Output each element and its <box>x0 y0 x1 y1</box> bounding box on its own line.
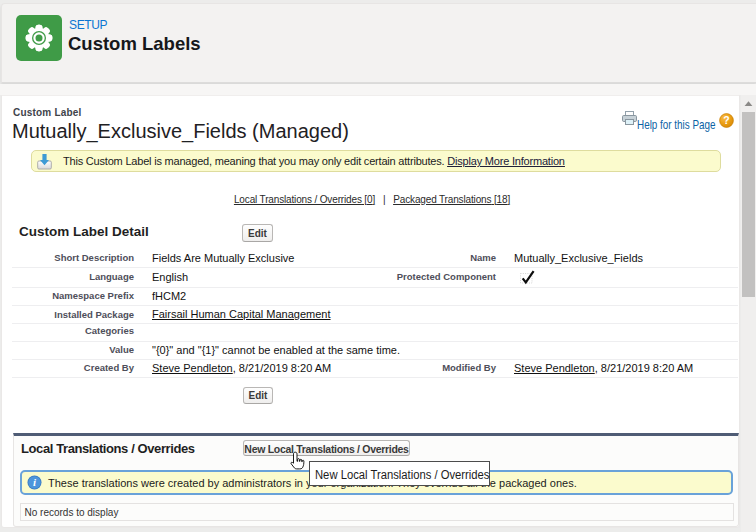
svg-text:?: ? <box>723 114 729 126</box>
